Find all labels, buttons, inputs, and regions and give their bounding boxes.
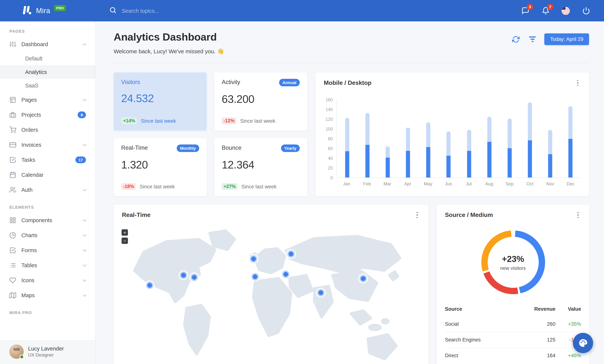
bar-jun[interactable] — [439, 100, 459, 177]
stacked-bar-chart: 020406080100120140160 JanFebMarAprMayJun… — [315, 97, 589, 192]
y-tick-label: 60 — [328, 146, 333, 151]
bar-segment-desktop — [467, 130, 471, 151]
sidebar-item-dashboard[interactable]: Dashboard — [0, 37, 95, 52]
bar-segment-mobile — [386, 157, 390, 177]
map-zoom-in-button[interactable]: + — [122, 229, 128, 236]
sidebar-item-orders[interactable]: Orders — [0, 122, 95, 137]
marker-delhi[interactable] — [316, 288, 326, 298]
more-vertical-icon[interactable] — [574, 79, 581, 87]
bar-may[interactable] — [418, 100, 438, 177]
stat-card-bounce[interactable]: Bounce Yearly 12.364 +27% Since last wee… — [214, 138, 307, 196]
refresh-icon[interactable] — [512, 35, 520, 44]
filter-icon[interactable] — [528, 35, 537, 44]
users-icon — [9, 187, 16, 193]
stat-card-activity[interactable]: Activity Annual 63.200 -12% Since last w… — [214, 72, 307, 131]
sidebar-item-auth[interactable]: Auth — [0, 182, 95, 197]
stat-card-visitors[interactable]: Visitors 24.532 +14% Since last week — [114, 72, 207, 131]
marker-moscow[interactable] — [286, 249, 296, 259]
sidebar-item-label: Pages — [21, 97, 78, 103]
sidebar-item-forms[interactable]: Forms — [0, 243, 95, 258]
stat-delta-badge: +14% — [121, 117, 137, 124]
bar-aug[interactable] — [479, 100, 499, 177]
sidebar-item-projects[interactable]: Projects8 — [0, 107, 95, 122]
theme-settings-fab[interactable] — [573, 333, 593, 353]
more-vertical-icon[interactable] — [414, 211, 421, 219]
bar-jul[interactable] — [459, 100, 479, 177]
bar-sep[interactable] — [500, 100, 520, 177]
marker-london[interactable] — [249, 254, 258, 264]
briefcase-icon — [9, 112, 16, 118]
notifications-badge: 7 — [547, 4, 553, 10]
bar-mar[interactable] — [378, 100, 398, 177]
bar-nov[interactable] — [540, 100, 560, 177]
bar-plot-area — [337, 100, 581, 178]
language-flag-icon[interactable] — [561, 6, 570, 15]
sidebar-item-label: Maps — [21, 292, 78, 298]
bar-apr[interactable] — [398, 100, 418, 177]
map-zoom-out-button[interactable]: − — [122, 238, 128, 244]
stat-title: Real-Time — [121, 144, 148, 151]
donut-center-value: +23% — [502, 254, 524, 264]
chevron-down-icon — [83, 97, 87, 101]
sidebar-subitem-saas[interactable]: SaaS — [0, 79, 95, 92]
cell-revenue: 125 — [514, 332, 555, 348]
list-icon — [9, 262, 16, 269]
bar-jan[interactable] — [337, 100, 357, 177]
marker-san-francisco[interactable] — [145, 280, 155, 290]
source-table-row: Direct164+46% — [445, 348, 581, 363]
header-divider — [114, 63, 589, 63]
x-tick-label: Apr — [398, 181, 418, 187]
bar-feb[interactable] — [357, 100, 378, 177]
stat-title: Visitors — [121, 79, 140, 86]
sidebar-item-invoices[interactable]: Invoices — [0, 137, 95, 152]
sidebar-user[interactable]: Lucy Lavender UX Designer — [0, 340, 95, 364]
date-range-button[interactable]: Today: April 29 — [544, 33, 589, 45]
search-input[interactable] — [122, 8, 204, 14]
bar-dec[interactable] — [560, 100, 581, 177]
stat-period-badge: Monthly — [177, 144, 199, 152]
sidebar-subitem-analytics[interactable]: Analytics — [0, 65, 95, 79]
x-tick-label: Dec — [560, 181, 581, 187]
brand[interactable]: Mira PRO — [0, 4, 96, 17]
sidebar-item-tasks[interactable]: Tasks17 — [0, 152, 95, 167]
chevron-down-icon — [83, 263, 87, 267]
marker-istanbul[interactable] — [281, 269, 290, 279]
sidebar-subitem-default[interactable]: Default — [0, 52, 95, 65]
marker-madrid[interactable] — [250, 272, 260, 282]
user-name: Lucy Lavender — [28, 346, 64, 351]
sidebar-item-charts[interactable]: Charts — [0, 228, 95, 243]
cell-source: Search Engines — [445, 332, 514, 348]
sidebar-item-calendar[interactable]: Calendar — [0, 167, 95, 182]
messages-icon[interactable]: 3 — [521, 6, 530, 15]
messages-badge: 3 — [527, 4, 533, 10]
sidebar-item-icons[interactable]: Icons — [0, 273, 95, 288]
marker-beijing[interactable] — [358, 274, 368, 283]
sidebar-item-components[interactable]: Components — [0, 213, 95, 228]
sidebar-item-tables[interactable]: Tables — [0, 258, 95, 273]
sidebar-item-label: Tables — [21, 262, 78, 268]
marker-chicago[interactable] — [178, 270, 188, 280]
x-tick-label: Feb — [357, 181, 378, 187]
notifications-bell-icon[interactable]: 7 — [541, 6, 550, 15]
cell-source: Social — [445, 316, 514, 332]
bar-oct[interactable] — [520, 100, 540, 177]
stat-value: 1.320 — [121, 159, 199, 171]
bar-segment-desktop — [386, 146, 390, 158]
page-header: Analytics Dashboard Welcome back, Lucy! … — [114, 31, 589, 55]
power-icon[interactable] — [581, 6, 591, 15]
sliders-icon — [9, 41, 16, 48]
pie-chart-icon — [9, 232, 16, 239]
stat-card-realtime[interactable]: Real-Time Monthly 1.320 -18% Since last … — [114, 138, 207, 196]
sidebar-item-label: Invoices — [21, 142, 78, 148]
world-map[interactable] — [114, 221, 428, 364]
col-revenue: Revenue — [514, 304, 555, 316]
y-tick-label: 100 — [326, 127, 333, 131]
marker-new-york[interactable] — [189, 272, 199, 282]
sidebar-item-label: Dashboard — [21, 41, 78, 47]
layout-icon — [9, 96, 16, 103]
sidebar-item-pages[interactable]: Pages — [0, 92, 95, 107]
sidebar-item-maps[interactable]: Maps — [0, 288, 95, 303]
chevron-up-icon — [83, 43, 87, 47]
more-vertical-icon[interactable] — [574, 211, 582, 219]
sidebar-nav: PAGESDashboardDefaultAnalyticsSaaSPagesP… — [0, 21, 95, 318]
